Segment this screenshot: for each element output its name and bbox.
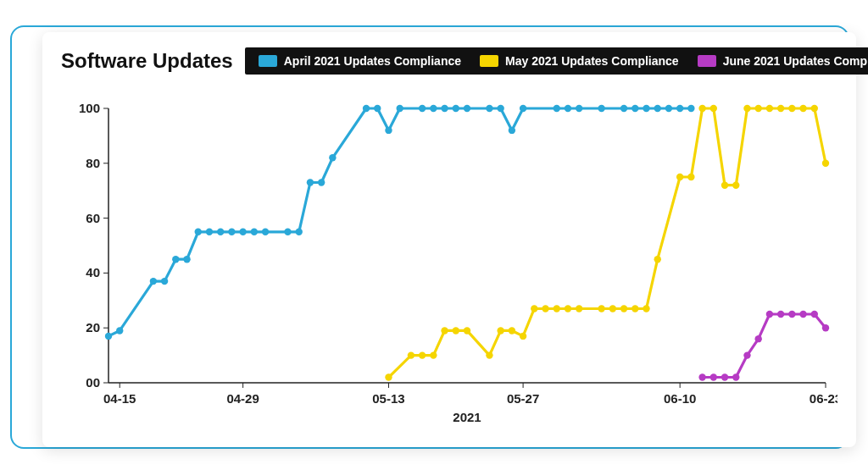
y-tick-label: 100 bbox=[79, 101, 100, 115]
data-point bbox=[822, 324, 829, 331]
x-tick-label: 06-10 bbox=[664, 391, 696, 406]
data-point bbox=[486, 351, 492, 358]
data-point bbox=[598, 305, 604, 312]
data-point bbox=[150, 278, 157, 285]
data-point bbox=[408, 351, 415, 358]
legend-swatch bbox=[480, 55, 498, 67]
data-point bbox=[799, 105, 806, 112]
data-point bbox=[430, 105, 437, 112]
data-point bbox=[239, 229, 246, 235]
data-point bbox=[754, 105, 761, 112]
data-point bbox=[464, 105, 470, 112]
data-point bbox=[296, 229, 303, 235]
data-point bbox=[284, 229, 291, 235]
data-point bbox=[441, 105, 448, 112]
data-point bbox=[172, 256, 179, 263]
data-point bbox=[732, 373, 739, 380]
data-point bbox=[654, 256, 661, 263]
data-point bbox=[632, 305, 638, 312]
data-point bbox=[576, 105, 582, 112]
series-line bbox=[108, 108, 691, 336]
data-point bbox=[743, 105, 750, 112]
data-point bbox=[509, 127, 515, 134]
data-point bbox=[497, 105, 504, 112]
series bbox=[105, 105, 695, 340]
data-point bbox=[554, 105, 560, 112]
data-point bbox=[732, 182, 739, 189]
data-point bbox=[441, 327, 448, 334]
data-point bbox=[116, 327, 123, 334]
chart-plot-area: 002040608010004-1504-2905-1305-2706-1006… bbox=[61, 91, 837, 430]
data-point bbox=[698, 105, 705, 112]
data-point bbox=[217, 229, 224, 235]
data-point bbox=[329, 154, 336, 161]
legend-label: April 2021 Updates Compliance bbox=[284, 54, 461, 68]
series bbox=[698, 311, 829, 381]
y-tick-label: 60 bbox=[86, 211, 100, 225]
data-point bbox=[453, 105, 459, 112]
chart-header: Software Updates April 2021 Updates Comp… bbox=[61, 47, 837, 75]
data-point bbox=[721, 373, 728, 380]
data-point bbox=[698, 373, 705, 380]
data-point bbox=[676, 105, 683, 112]
data-point bbox=[676, 174, 683, 180]
data-point bbox=[822, 160, 829, 167]
data-point bbox=[318, 179, 325, 185]
data-point bbox=[509, 327, 515, 334]
legend-label: May 2021 Updates Compliance bbox=[505, 54, 679, 68]
data-point bbox=[542, 305, 548, 312]
data-point bbox=[598, 105, 604, 112]
data-point bbox=[262, 229, 269, 235]
data-point bbox=[654, 105, 661, 112]
chart-title: Software Updates bbox=[61, 49, 233, 73]
data-point bbox=[396, 105, 403, 112]
x-tick-label: 04-29 bbox=[226, 391, 259, 406]
data-point bbox=[486, 105, 492, 112]
data-point bbox=[777, 105, 784, 112]
data-point bbox=[788, 105, 795, 112]
legend-item: June 2021 Updates Compliance bbox=[698, 54, 868, 68]
data-point bbox=[363, 105, 370, 112]
data-point bbox=[766, 105, 773, 112]
x-tick-label: 04-15 bbox=[103, 391, 136, 406]
data-point bbox=[565, 305, 571, 312]
data-point bbox=[643, 105, 649, 112]
data-point bbox=[161, 278, 168, 285]
data-point bbox=[710, 105, 717, 112]
data-point bbox=[632, 105, 638, 112]
data-point bbox=[520, 333, 526, 340]
y-tick-label: 20 bbox=[86, 320, 100, 335]
data-point bbox=[687, 105, 694, 112]
data-point bbox=[777, 311, 784, 318]
data-point bbox=[620, 305, 627, 312]
data-point bbox=[430, 351, 437, 358]
data-point bbox=[609, 305, 616, 312]
data-point bbox=[687, 174, 694, 180]
data-point bbox=[453, 327, 459, 334]
data-point bbox=[419, 105, 426, 112]
legend-swatch bbox=[259, 55, 277, 67]
data-point bbox=[251, 229, 258, 235]
y-tick-label: 00 bbox=[86, 375, 100, 390]
data-point bbox=[105, 333, 112, 340]
data-point bbox=[307, 179, 314, 185]
data-point bbox=[754, 335, 761, 342]
data-point bbox=[228, 229, 235, 235]
data-point bbox=[788, 311, 795, 318]
data-point bbox=[464, 327, 470, 334]
data-point bbox=[385, 373, 392, 380]
y-tick-label: 40 bbox=[86, 265, 100, 279]
data-point bbox=[419, 351, 426, 358]
data-point bbox=[721, 182, 728, 189]
data-point bbox=[183, 256, 190, 263]
data-point bbox=[385, 127, 392, 134]
data-point bbox=[520, 105, 526, 112]
data-point bbox=[643, 305, 649, 312]
data-point bbox=[206, 229, 213, 235]
x-tick-label: 05-27 bbox=[507, 391, 539, 406]
series-line bbox=[703, 314, 826, 378]
data-point bbox=[743, 351, 750, 358]
data-point bbox=[811, 105, 818, 112]
data-point bbox=[531, 305, 537, 312]
data-point bbox=[576, 305, 582, 312]
